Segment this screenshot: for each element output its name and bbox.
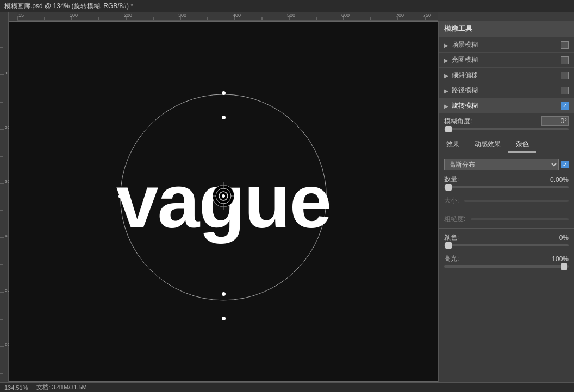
blur-angle-row: 模糊角度: 0° [439, 113, 574, 127]
svg-text:400: 400 [233, 12, 241, 18]
blur-angle-slider-row [439, 127, 574, 132]
highlight-row: 高光: 100% [439, 252, 574, 265]
tool-label-tilt: 倾斜偏移 [452, 71, 561, 80]
blur-angle-label: 模糊角度: [444, 117, 472, 126]
divider1 [439, 210, 574, 210]
color-value: 0% [544, 234, 569, 242]
tool-checkbox-scene[interactable] [561, 41, 569, 49]
ruler-marks: 15 100 200 300 400 500 600 700 750 [17, 12, 438, 21]
svg-text:600: 600 [5, 342, 9, 347]
amount-slider[interactable] [444, 186, 569, 188]
panel-title: 模糊工具 [439, 21, 574, 37]
color-slider[interactable] [444, 244, 569, 246]
blur-angle-thumb[interactable] [445, 126, 452, 132]
svg-text:100: 100 [70, 12, 78, 18]
expand-arrow-spin: ▶ [444, 103, 450, 109]
noise-section: 高斯分布 均匀分布 数量: 0.00% 大小: [439, 153, 574, 382]
svg-text:200: 200 [124, 12, 132, 18]
canvas-area[interactable]: vague [9, 21, 438, 382]
svg-text:15: 15 [18, 12, 24, 18]
amount-thumb[interactable] [445, 184, 452, 191]
right-panel: 模糊工具 ▶ 场景模糊 ▶ 光圈模糊 ▶ 倾斜偏移 ▶ 路径模糊 ▶ 旋转模糊 [438, 21, 574, 382]
roughness-row: 粗糙度: [439, 212, 574, 226]
svg-text:500: 500 [287, 12, 295, 18]
svg-text:300: 300 [178, 12, 186, 18]
svg-text:400: 400 [5, 233, 9, 238]
highlight-slider-row [444, 265, 569, 271]
amount-row: 数量: 0.00% [439, 173, 574, 186]
tab-effects[interactable]: 效果 [439, 137, 467, 153]
main-area: 40 100 200 300 400 500 600 vague [0, 21, 574, 382]
color-thumb[interactable] [445, 242, 452, 249]
distribution-checkbox[interactable] [561, 161, 569, 168]
svg-text:700: 700 [396, 12, 404, 18]
expand-arrow-scene: ▶ [444, 42, 450, 48]
tab-motion[interactable]: 动感效果 [467, 137, 508, 153]
tool-row-spin[interactable]: ▶ 旋转模糊 [439, 98, 574, 113]
divider2 [439, 228, 574, 229]
svg-text:600: 600 [341, 12, 350, 18]
title-text: 模糊画廊.psd @ 134% (旋转模糊, RGB/8#) * [4, 2, 133, 11]
tool-row-aperture[interactable]: ▶ 光圈模糊 [439, 53, 574, 68]
status-bar: 134.51% 文档: 3.41M/31.5M [0, 382, 574, 392]
size-field [464, 200, 569, 202]
expand-arrow-aperture: ▶ [444, 58, 450, 63]
tool-label-path: 路径模糊 [452, 86, 561, 95]
amount-label: 数量: [444, 175, 459, 184]
tool-row-scene[interactable]: ▶ 场景模糊 [439, 37, 574, 53]
canvas-text: vague [116, 157, 331, 245]
highlight-thumb[interactable] [561, 263, 567, 270]
tool-checkbox-tilt[interactable] [561, 72, 569, 79]
ruler-vertical: 40 100 200 300 400 500 600 [0, 21, 9, 382]
tool-checkbox-aperture[interactable] [561, 56, 569, 64]
tool-checkbox-spin[interactable] [561, 102, 569, 110]
color-slider-row [444, 244, 569, 250]
highlight-label: 高光: [444, 254, 459, 263]
blur-angle-slider[interactable] [444, 128, 569, 130]
expand-arrow-path: ▶ [444, 88, 450, 93]
amount-slider-row [444, 186, 569, 192]
amount-value: 0.00% [544, 176, 569, 184]
tool-checkbox-path[interactable] [561, 87, 569, 94]
tabs-row: 效果 动感效果 杂色 [439, 137, 574, 153]
ruler-v-marks: 40 100 200 300 400 500 600 [0, 21, 9, 379]
tool-row-tilt[interactable]: ▶ 倾斜偏移 [439, 68, 574, 83]
ruler-horizontal: 15 100 200 300 400 500 600 700 750 [17, 12, 438, 21]
expand-arrow-tilt: ▶ [444, 73, 450, 78]
distribution-row: 高斯分布 均匀分布 [439, 156, 574, 173]
svg-text:100: 100 [5, 71, 9, 75]
blur-angle-input[interactable]: 0° [541, 116, 569, 126]
roughness-label: 粗糙度: [444, 214, 465, 224]
control-point-bottom[interactable] [222, 292, 226, 296]
highlight-value: 100% [544, 255, 569, 263]
control-point-top[interactable] [222, 91, 226, 95]
control-point-left[interactable] [118, 194, 122, 198]
tool-label-aperture: 光圈模糊 [452, 55, 561, 65]
tool-label-scene: 场景模糊 [452, 40, 561, 49]
tool-row-path[interactable]: ▶ 路径模糊 [439, 83, 574, 98]
roughness-field [471, 218, 569, 220]
svg-text:750: 750 [423, 12, 431, 18]
svg-text:200: 200 [5, 125, 9, 130]
control-point-top2[interactable] [222, 116, 226, 119]
control-point-bottom2[interactable] [222, 317, 226, 320]
canvas: vague [9, 22, 438, 381]
color-label: 颜色: [444, 233, 459, 242]
svg-text:300: 300 [5, 179, 9, 184]
document-info: 文档: 3.41M/31.5M [36, 383, 86, 391]
title-bar: 模糊画廊.psd @ 134% (旋转模糊, RGB/8#) * [0, 0, 574, 12]
tab-noise[interactable]: 杂色 [508, 137, 536, 153]
size-row: 大小: [439, 194, 574, 207]
size-label: 大小: [444, 196, 459, 205]
zoom-level: 134.51% [4, 384, 28, 391]
tool-label-spin: 旋转模糊 [452, 101, 561, 110]
distribution-select[interactable]: 高斯分布 均匀分布 [444, 159, 559, 170]
svg-text:500: 500 [5, 288, 9, 293]
highlight-slider[interactable] [444, 265, 569, 268]
color-row: 颜色: 0% [439, 231, 574, 244]
